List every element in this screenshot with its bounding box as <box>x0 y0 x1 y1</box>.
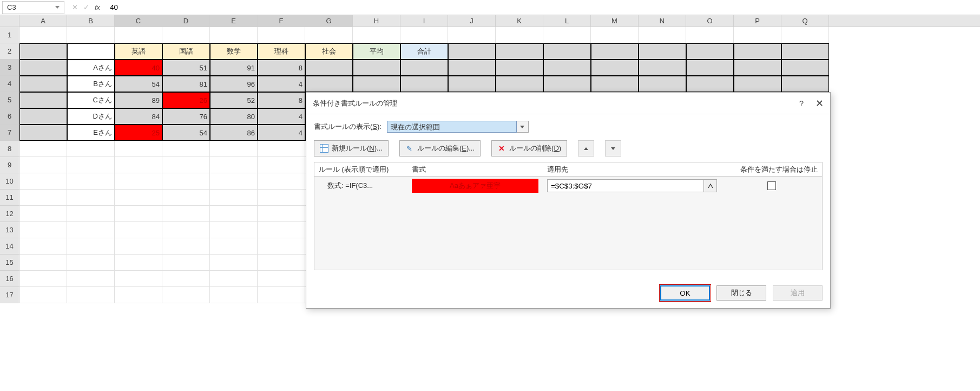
cell[interactable] <box>19 190 67 206</box>
close-button[interactable]: 閉じる <box>716 285 766 301</box>
cell[interactable]: 54 <box>115 76 162 92</box>
cell[interactable]: 91 <box>210 60 258 76</box>
range-picker-icon[interactable] <box>704 179 717 192</box>
cell[interactable] <box>258 238 305 255</box>
cell[interactable] <box>162 287 210 303</box>
cell[interactable]: 26 <box>162 92 210 108</box>
cell[interactable] <box>19 271 67 287</box>
cell[interactable] <box>305 27 353 43</box>
cell[interactable] <box>305 60 353 76</box>
cell[interactable] <box>258 27 305 43</box>
cell[interactable] <box>258 206 305 222</box>
cell[interactable] <box>400 27 448 43</box>
cell[interactable] <box>353 27 400 43</box>
row-header[interactable]: 14 <box>0 238 19 255</box>
cell[interactable] <box>686 76 734 92</box>
cell[interactable] <box>210 27 258 43</box>
column-header[interactable]: C <box>115 15 162 27</box>
cell[interactable] <box>19 287 67 303</box>
row-header[interactable]: 1 <box>0 27 19 43</box>
cell[interactable]: Dさん <box>67 108 115 125</box>
column-header[interactable]: A <box>19 15 67 27</box>
cell[interactable] <box>19 141 67 157</box>
row-header[interactable]: 8 <box>0 141 19 157</box>
cell[interactable] <box>734 76 781 92</box>
cell[interactable] <box>258 173 305 190</box>
cell[interactable] <box>162 190 210 206</box>
column-header[interactable]: D <box>162 15 210 27</box>
cell[interactable] <box>543 76 591 92</box>
row-header[interactable]: 7 <box>0 125 19 141</box>
row-header[interactable]: 12 <box>0 206 19 222</box>
cell[interactable] <box>115 27 162 43</box>
row-header[interactable]: 5 <box>0 92 19 108</box>
cell[interactable] <box>19 43 67 60</box>
cell[interactable]: 4 <box>258 108 305 125</box>
cell[interactable] <box>162 222 210 238</box>
cell[interactable] <box>353 60 400 76</box>
cell[interactable] <box>162 173 210 190</box>
cell[interactable]: 96 <box>210 76 258 92</box>
cell[interactable] <box>162 238 210 255</box>
new-rule-button[interactable]: 新規ルール(N)... <box>314 140 389 157</box>
column-header[interactable]: F <box>258 15 305 27</box>
cell[interactable] <box>19 238 67 255</box>
cell[interactable] <box>67 222 115 238</box>
cell[interactable] <box>496 60 543 76</box>
cell[interactable] <box>448 76 496 92</box>
row-header[interactable]: 2 <box>0 43 19 60</box>
column-header[interactable]: O <box>686 15 734 27</box>
column-header[interactable]: L <box>543 15 591 27</box>
cell[interactable]: 英語 <box>115 43 162 60</box>
cell[interactable] <box>115 206 162 222</box>
ok-button[interactable]: OK <box>660 285 710 301</box>
cell[interactable]: 平均 <box>353 43 400 60</box>
cell[interactable]: 8 <box>258 60 305 76</box>
move-up-button[interactable] <box>578 140 594 157</box>
cell[interactable]: 81 <box>162 76 210 92</box>
cell[interactable] <box>67 157 115 173</box>
cell[interactable] <box>258 141 305 157</box>
cell[interactable] <box>67 255 115 271</box>
cell[interactable] <box>639 60 686 76</box>
cell[interactable] <box>639 76 686 92</box>
cell[interactable]: 8 <box>258 92 305 108</box>
cell[interactable] <box>19 76 67 92</box>
column-header[interactable]: I <box>400 15 448 27</box>
cell[interactable] <box>210 287 258 303</box>
cell[interactable] <box>67 190 115 206</box>
cell[interactable] <box>210 190 258 206</box>
cell[interactable] <box>591 43 639 60</box>
row-header[interactable]: 17 <box>0 287 19 303</box>
cell[interactable] <box>305 76 353 92</box>
cell[interactable]: 数学 <box>210 43 258 60</box>
rule-row[interactable]: 数式: =IF(C3... Aaあぁアァ亜宇 <box>314 177 822 195</box>
cell[interactable] <box>734 43 781 60</box>
cell[interactable] <box>210 206 258 222</box>
cell[interactable] <box>258 255 305 271</box>
cell[interactable] <box>734 60 781 76</box>
cell[interactable] <box>162 141 210 157</box>
cell[interactable] <box>210 173 258 190</box>
cell[interactable] <box>781 43 829 60</box>
row-header[interactable]: 11 <box>0 190 19 206</box>
column-header[interactable]: N <box>639 15 686 27</box>
column-header[interactable]: B <box>67 15 115 27</box>
cell[interactable] <box>162 255 210 271</box>
stop-if-true-checkbox[interactable] <box>767 181 776 190</box>
cell[interactable] <box>639 27 686 43</box>
cell[interactable] <box>19 60 67 76</box>
cell[interactable] <box>67 141 115 157</box>
cell[interactable]: Aさん <box>67 60 115 76</box>
cell[interactable] <box>115 238 162 255</box>
cell[interactable]: 51 <box>162 60 210 76</box>
column-header[interactable]: P <box>734 15 781 27</box>
cell[interactable] <box>115 141 162 157</box>
close-icon[interactable]: ✕ <box>815 97 824 109</box>
column-header[interactable]: E <box>210 15 258 27</box>
cell[interactable] <box>115 157 162 173</box>
column-header[interactable]: Q <box>781 15 829 27</box>
column-header[interactable]: J <box>448 15 496 27</box>
column-header[interactable]: G <box>305 15 353 27</box>
cell[interactable]: 89 <box>115 92 162 108</box>
